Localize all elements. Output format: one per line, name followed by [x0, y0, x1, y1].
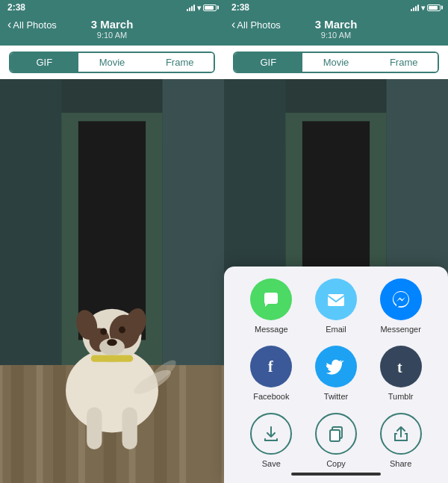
segment-gif-right[interactable]: GIF: [234, 53, 302, 72]
home-indicator: [291, 473, 381, 476]
right-panel: 2:38 ▾ ‹ All Photos 3 March 9:10 AM GIF …: [224, 0, 448, 483]
svg-rect-15: [179, 365, 186, 483]
twitter-label: Twitter: [324, 392, 348, 401]
email-icon: [315, 278, 357, 320]
left-back-button[interactable]: ‹ All Photos: [7, 18, 57, 31]
left-back-label[interactable]: All Photos: [13, 19, 57, 31]
facebook-icon: f: [250, 346, 292, 387]
svg-rect-9: [37, 365, 43, 483]
share-row-2: f Facebook Twitter t Tu: [224, 346, 448, 401]
right-nav-title: 3 March: [315, 18, 358, 31]
copy-svg: [326, 424, 346, 443]
share-messenger-item[interactable]: Messenger: [380, 278, 422, 334]
right-status-bar: 2:38 ▾: [224, 0, 448, 15]
signal-icon: [187, 4, 195, 11]
svg-rect-55: [328, 294, 344, 306]
share-svg: [391, 424, 411, 443]
svg-point-22: [100, 328, 107, 335]
right-nav-bar: ‹ All Photos 3 March 9:10 AM: [224, 15, 448, 46]
share-label: Share: [390, 459, 411, 468]
tumblr-svg: t: [391, 356, 411, 377]
svg-rect-8: [11, 365, 24, 483]
message-label: Message: [255, 325, 288, 334]
save-svg: [261, 424, 281, 443]
segment-gif-left[interactable]: GIF: [10, 53, 78, 72]
twitter-icon: [315, 346, 357, 387]
tumblr-label: Tumblr: [388, 392, 414, 401]
right-signal-icon: [411, 4, 419, 11]
copy-icon: [315, 413, 357, 455]
svg-point-23: [119, 326, 125, 333]
svg-rect-10: [53, 365, 66, 483]
left-nav-subtitle: 9:10 AM: [97, 31, 127, 40]
left-time: 2:38: [7, 2, 25, 13]
tumblr-icon: t: [380, 346, 422, 387]
left-panel: 2:38 ▾ ‹ All Photos 3 March 9:10 AM GIF …: [0, 0, 224, 483]
battery-icon: [203, 4, 217, 11]
copy-item[interactable]: Copy: [315, 413, 357, 468]
svg-rect-30: [91, 355, 133, 362]
segment-frame-left[interactable]: Frame: [146, 53, 214, 72]
messenger-label: Messenger: [380, 325, 420, 334]
left-status-bar: 2:38 ▾: [0, 0, 224, 15]
share-sheet: Message Email: [224, 267, 448, 483]
messenger-icon: [380, 278, 422, 320]
segment-frame-right[interactable]: Frame: [370, 53, 438, 72]
left-chevron-icon: ‹: [7, 18, 11, 31]
share-message-item[interactable]: Message: [250, 278, 292, 334]
svg-rect-60: [330, 430, 340, 441]
right-battery-icon: [427, 4, 441, 11]
right-time: 2:38: [231, 2, 249, 13]
svg-rect-26: [87, 408, 102, 449]
segment-movie-left[interactable]: Movie: [78, 53, 146, 72]
share-row-3: Save Copy Share: [224, 413, 448, 468]
message-icon: [250, 278, 292, 320]
right-status-icons: ▾: [411, 4, 441, 12]
left-photo: [0, 79, 224, 483]
right-chevron-icon: ‹: [231, 18, 235, 31]
messenger-svg: [391, 289, 411, 310]
message-svg: [261, 289, 281, 310]
svg-point-21: [107, 339, 117, 346]
save-item[interactable]: Save: [250, 413, 292, 468]
svg-text:f: f: [268, 358, 273, 375]
save-icon: [250, 413, 292, 455]
right-back-label[interactable]: All Photos: [237, 19, 281, 31]
svg-text:t: t: [397, 359, 402, 376]
facebook-svg: f: [261, 356, 281, 377]
copy-label: Copy: [326, 459, 346, 468]
share-email-item[interactable]: Email: [315, 278, 357, 334]
segment-movie-right[interactable]: Movie: [302, 53, 370, 72]
share-row-1: Message Email: [224, 278, 448, 334]
right-segment-control: GIF Movie Frame: [233, 52, 439, 73]
share-icon: [380, 413, 422, 455]
share-item-btn[interactable]: Share: [380, 413, 422, 468]
right-nav-subtitle: 9:10 AM: [321, 31, 351, 40]
svg-rect-27: [122, 408, 137, 449]
email-svg: [326, 289, 346, 310]
share-twitter-item[interactable]: Twitter: [315, 346, 357, 401]
left-nav-bar: ‹ All Photos 3 March 9:10 AM: [0, 15, 224, 46]
twitter-svg: [326, 356, 346, 377]
right-back-button[interactable]: ‹ All Photos: [231, 18, 281, 31]
right-wifi-icon: ▾: [421, 4, 425, 12]
left-photo-area: [0, 79, 224, 483]
wifi-icon: ▾: [197, 4, 201, 12]
share-facebook-item[interactable]: f Facebook: [250, 346, 292, 401]
left-segment-control: GIF Movie Frame: [9, 52, 215, 73]
left-nav-title: 3 March: [91, 18, 134, 31]
facebook-label: Facebook: [253, 392, 289, 401]
svg-rect-5: [78, 121, 146, 340]
email-label: Email: [326, 325, 346, 334]
left-status-icons: ▾: [187, 4, 217, 12]
share-tumblr-item[interactable]: t Tumblr: [380, 346, 422, 401]
save-label: Save: [262, 459, 281, 468]
